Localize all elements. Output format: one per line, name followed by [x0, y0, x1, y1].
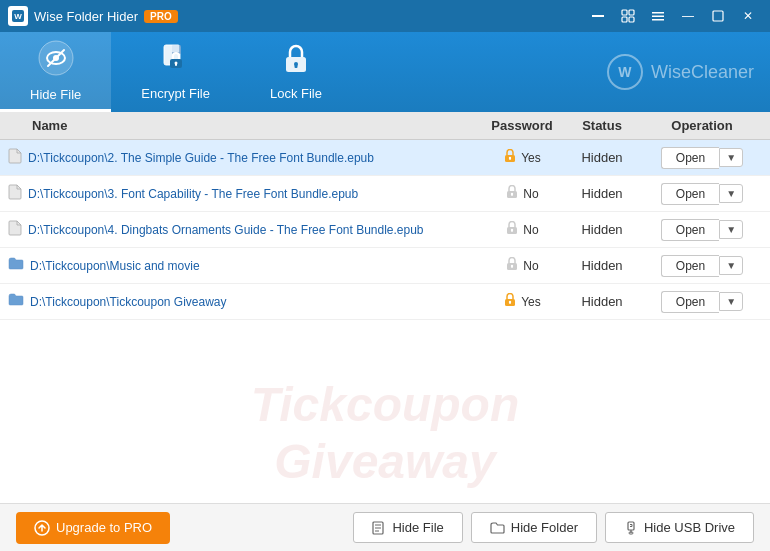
- grid-icon[interactable]: [644, 6, 672, 26]
- dropdown-button[interactable]: ▼: [719, 256, 743, 275]
- footer: Upgrade to PRO Hide File Hide Folder: [0, 503, 770, 551]
- row-operation: Open ▼: [642, 219, 762, 241]
- row-file-icon: [8, 148, 22, 167]
- svg-rect-6: [629, 17, 634, 22]
- svg-rect-7: [652, 12, 664, 14]
- row-status: Hidden: [562, 258, 642, 273]
- minimize-window-button[interactable]: ―: [674, 6, 702, 26]
- svg-text:W: W: [14, 12, 22, 21]
- hide-file-icon: [38, 40, 74, 81]
- close-button[interactable]: ✕: [734, 6, 762, 26]
- tab-lock-file-label: Lock File: [270, 86, 322, 101]
- footer-actions: Hide File Hide Folder Hide USB Drive: [353, 512, 754, 543]
- lock-icon: [503, 293, 517, 310]
- row-status: Hidden: [562, 222, 642, 237]
- encrypt-file-icon: [160, 43, 192, 80]
- upgrade-icon: [34, 520, 50, 536]
- tab-encrypt-file-label: Encrypt File: [141, 86, 210, 101]
- tab-hide-file-label: Hide File: [30, 87, 81, 102]
- brand-name: WiseCleaner: [651, 62, 754, 83]
- hide-folder-button[interactable]: Hide Folder: [471, 512, 597, 543]
- table-row[interactable]: D:\Tickcoupon\3. Font Capability - The F…: [0, 176, 770, 212]
- tab-encrypt-file[interactable]: Encrypt File: [111, 32, 240, 112]
- open-button[interactable]: Open: [661, 291, 719, 313]
- row-operation: Open ▼: [642, 255, 762, 277]
- table-row[interactable]: D:\Tickcoupon\Tickcoupon Giveaway Yes Hi…: [0, 284, 770, 320]
- tab-bar: Hide File Encrypt File: [0, 32, 770, 112]
- svg-rect-16: [172, 45, 180, 53]
- row-path: D:\Tickcoupon\Music and movie: [30, 259, 482, 273]
- column-password: Password: [482, 118, 562, 133]
- row-path: D:\Tickcoupon\Tickcoupon Giveaway: [30, 295, 482, 309]
- restore-button[interactable]: [704, 6, 732, 26]
- dropdown-button[interactable]: ▼: [719, 220, 743, 239]
- brand-logo: W WiseCleaner: [607, 54, 754, 90]
- dropdown-button[interactable]: ▼: [719, 292, 743, 311]
- row-path: D:\Tickcoupon\2. The Simple Guide - The …: [28, 151, 482, 165]
- window-controls: ― ✕: [584, 6, 762, 26]
- row-path: D:\Tickcoupon\4. Dingbats Ornaments Guid…: [28, 223, 482, 237]
- app-logo: W: [8, 6, 28, 26]
- table-header: Name Password Status Operation: [0, 112, 770, 140]
- row-password: No: [482, 185, 562, 202]
- settings-icon[interactable]: [614, 6, 642, 26]
- tab-hide-file[interactable]: Hide File: [0, 32, 111, 112]
- brand-circle: W: [607, 54, 643, 90]
- dropdown-button[interactable]: ▼: [719, 184, 743, 203]
- row-operation: Open ▼: [642, 147, 762, 169]
- column-name: Name: [8, 118, 482, 133]
- table-row[interactable]: D:\Tickcoupon\4. Dingbats Ornaments Guid…: [0, 212, 770, 248]
- table-row[interactable]: D:\Tickcoupon\2. The Simple Guide - The …: [0, 140, 770, 176]
- hide-usb-button[interactable]: Hide USB Drive: [605, 512, 754, 543]
- table-row[interactable]: D:\Tickcoupon\Music and movie No Hidden …: [0, 248, 770, 284]
- lock-icon: [505, 221, 519, 238]
- row-operation: Open ▼: [642, 183, 762, 205]
- svg-rect-19: [175, 63, 177, 66]
- password-value: Yes: [521, 295, 541, 309]
- row-path: D:\Tickcoupon\3. Font Capability - The F…: [28, 187, 482, 201]
- password-value: Yes: [521, 151, 541, 165]
- svg-rect-3: [622, 10, 627, 15]
- dropdown-button[interactable]: ▼: [719, 148, 743, 167]
- open-button[interactable]: Open: [661, 219, 719, 241]
- row-password: Yes: [482, 293, 562, 310]
- row-status: Hidden: [562, 150, 642, 165]
- row-password: No: [482, 257, 562, 274]
- hide-usb-btn-label: Hide USB Drive: [644, 520, 735, 535]
- svg-rect-10: [713, 11, 723, 21]
- lock-file-icon: [280, 43, 312, 80]
- table-body: D:\Tickcoupon\2. The Simple Guide - The …: [0, 140, 770, 551]
- row-status: Hidden: [562, 186, 642, 201]
- hide-folder-btn-label: Hide Folder: [511, 520, 578, 535]
- row-file-icon: [8, 293, 24, 310]
- open-button[interactable]: Open: [661, 255, 719, 277]
- row-file-icon: [8, 220, 22, 239]
- svg-rect-2: [592, 15, 604, 17]
- lock-icon: [505, 257, 519, 274]
- upgrade-button[interactable]: Upgrade to PRO: [16, 512, 170, 544]
- svg-rect-28: [512, 194, 514, 196]
- app-title: Wise Folder Hider: [34, 9, 138, 24]
- svg-rect-34: [512, 266, 514, 268]
- svg-rect-5: [622, 17, 627, 22]
- svg-rect-8: [652, 16, 664, 18]
- column-operation: Operation: [642, 118, 762, 133]
- open-button[interactable]: Open: [661, 183, 719, 205]
- open-button[interactable]: Open: [661, 147, 719, 169]
- password-value: No: [523, 259, 538, 273]
- hide-usb-footer-icon: [624, 521, 638, 535]
- hide-file-footer-icon: [372, 521, 386, 535]
- row-operation: Open ▼: [642, 291, 762, 313]
- svg-rect-25: [509, 158, 511, 160]
- tab-lock-file[interactable]: Lock File: [240, 32, 352, 112]
- title-bar-left: W Wise Folder Hider PRO: [8, 6, 178, 26]
- hide-folder-footer-icon: [490, 522, 505, 534]
- column-status: Status: [562, 118, 642, 133]
- password-value: No: [523, 187, 538, 201]
- row-status: Hidden: [562, 294, 642, 309]
- row-file-icon: [8, 184, 22, 203]
- hide-file-button[interactable]: Hide File: [353, 512, 462, 543]
- row-password: No: [482, 221, 562, 238]
- minimize-button[interactable]: [584, 6, 612, 26]
- svg-rect-4: [629, 10, 634, 15]
